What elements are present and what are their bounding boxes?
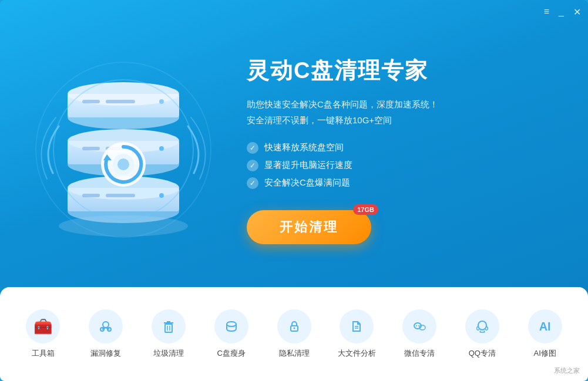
wechat-icon xyxy=(402,309,436,343)
tool-item-wechat[interactable]: 微信专清 xyxy=(388,309,451,359)
subtitle-line1: 助您快速安全解决C盘各种问题，深度加速系统！ xyxy=(247,99,438,109)
check-icon-3: ✓ xyxy=(247,177,258,189)
tool-item-ai-repair[interactable]: AI AI修图 xyxy=(513,309,576,359)
tool-item-toolbox[interactable]: 🧰 工具箱 xyxy=(12,309,75,359)
toolbox-icon: 🧰 xyxy=(26,309,60,343)
subtitle-line2: 安全清理不误删，一键释放10G+空间 xyxy=(247,115,392,125)
illustration-area xyxy=(23,56,223,244)
watermark-text: 系统之家 xyxy=(554,367,580,374)
content-area: 灵动C盘清理专家 助您快速安全解决C盘各种问题，深度加速系统！ 安全清理不误删，… xyxy=(223,56,553,244)
tool-item-large-file[interactable]: 大文件分析 xyxy=(325,309,388,359)
svg-point-42 xyxy=(418,325,419,326)
feature-item-3: ✓ 安全解决C盘爆满问题 xyxy=(247,177,553,189)
wechat-label: 微信专清 xyxy=(404,348,435,359)
close-button[interactable]: ✕ xyxy=(573,6,581,18)
feature-label-3: 安全解决C盘爆满问题 xyxy=(264,177,350,188)
svg-point-33 xyxy=(227,322,236,326)
size-badge: 17GB xyxy=(353,204,378,215)
qq-label: QQ专清 xyxy=(469,348,496,359)
c-slim-icon xyxy=(214,309,248,343)
junk-clean-label: 垃圾清理 xyxy=(153,348,184,359)
tool-item-vuln-repair[interactable]: 漏洞修复 xyxy=(75,309,137,359)
svg-point-23 xyxy=(103,322,109,328)
vuln-repair-label: 漏洞修复 xyxy=(90,348,121,359)
cta-button[interactable]: 开始清理 xyxy=(247,210,371,244)
qq-icon xyxy=(465,309,499,343)
app-window: ≡ _ ✕ xyxy=(0,0,588,381)
feature-label-2: 显著提升电脑运行速度 xyxy=(264,160,352,171)
title-bar: ≡ _ ✕ xyxy=(0,0,588,23)
check-icon-2: ✓ xyxy=(247,160,258,171)
feature-item-2: ✓ 显著提升电脑运行速度 xyxy=(247,160,553,171)
junk-clean-icon xyxy=(152,309,186,343)
ai-repair-icon: AI xyxy=(528,309,562,343)
tool-item-junk-clean[interactable]: 垃圾清理 xyxy=(137,309,200,359)
svg-rect-28 xyxy=(165,324,172,332)
privacy-clean-label: 隐私清理 xyxy=(279,348,310,359)
svg-point-41 xyxy=(416,325,417,326)
large-file-icon xyxy=(340,309,374,343)
glow-ring-inner xyxy=(53,79,194,220)
app-title: 灵动C盘清理专家 xyxy=(247,56,553,86)
cta-wrapper: 17GB 开始清理 xyxy=(247,210,371,244)
c-slim-label: C盘瘦身 xyxy=(217,348,246,359)
feature-item-1: ✓ 快速释放系统盘空间 xyxy=(247,142,553,154)
toolbox-label: 工具箱 xyxy=(32,348,55,359)
bottom-toolbar: 🧰 工具箱 漏洞修复 垃圾清理 xyxy=(0,287,588,381)
ai-repair-label: AI修图 xyxy=(533,348,556,359)
vuln-repair-icon xyxy=(89,309,123,343)
feature-label-1: 快速释放系统盘空间 xyxy=(264,142,344,153)
tool-item-qq[interactable]: QQ专清 xyxy=(451,309,513,359)
large-file-label: 大文件分析 xyxy=(338,348,376,359)
minimize-button[interactable]: _ xyxy=(559,6,564,17)
menu-button[interactable]: ≡ xyxy=(544,6,549,17)
hero-section: 灵动C盘清理专家 助您快速安全解决C盘各种问题，深度加速系统！ 安全清理不误删，… xyxy=(0,0,588,282)
app-subtitle: 助您快速安全解决C盘各种问题，深度加速系统！ 安全清理不误删，一键释放10G+空… xyxy=(247,96,553,128)
tool-item-c-slim[interactable]: C盘瘦身 xyxy=(200,309,263,359)
check-icon-1: ✓ xyxy=(247,142,258,154)
privacy-clean-icon xyxy=(277,309,311,343)
feature-list: ✓ 快速释放系统盘空间 ✓ 显著提升电脑运行速度 ✓ 安全解决C盘爆满问题 xyxy=(247,142,553,189)
watermark: 系统之家 xyxy=(550,365,583,376)
tool-item-privacy-clean[interactable]: 隐私清理 xyxy=(263,309,325,359)
svg-point-36 xyxy=(293,328,295,329)
